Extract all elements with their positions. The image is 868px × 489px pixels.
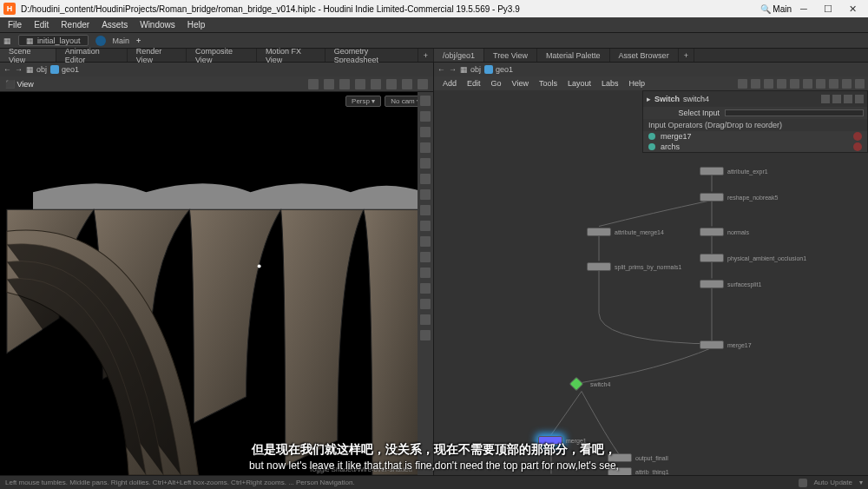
menu-assets[interactable]: Assets — [95, 20, 134, 30]
vp-tool-icon[interactable] — [418, 79, 428, 89]
tab-geo-spread[interactable]: Geometry Spreadsheet — [326, 49, 418, 62]
tab-render-view[interactable]: Render View — [128, 49, 187, 62]
vp-side-icon[interactable] — [420, 299, 431, 309]
nmenu-help[interactable]: Help — [623, 79, 650, 88]
vp-side-icon[interactable] — [420, 221, 431, 231]
vp-tool-icon[interactable] — [324, 79, 334, 89]
menu-help[interactable]: Help — [181, 20, 212, 30]
vp-side-icon[interactable] — [420, 174, 431, 184]
vp-tool-icon[interactable] — [402, 79, 412, 89]
vp-tool-icon[interactable] — [371, 79, 381, 89]
tab-motionfx[interactable]: Motion FX View — [257, 49, 326, 62]
node-switch[interactable]: switch4 — [571, 379, 610, 389]
nmenu-go[interactable]: Go — [486, 79, 507, 88]
menu-render[interactable]: Render — [55, 20, 95, 30]
nmenu-labs[interactable]: Labs — [596, 79, 624, 88]
node[interactable]: surfacesplit1 — [700, 280, 761, 288]
node[interactable]: attribute_expr1 — [700, 167, 768, 175]
tab-plus-left[interactable]: + — [418, 49, 434, 62]
vp-side-icon[interactable] — [420, 96, 431, 106]
nmenu-edit[interactable]: Edit — [462, 79, 486, 88]
net-icon[interactable] — [816, 79, 825, 89]
vp-side-icon[interactable] — [420, 111, 431, 122]
rpath-obj[interactable]: ▦ obj — [460, 65, 481, 74]
node-display[interactable]: merge1 — [538, 436, 587, 445]
maximize-button[interactable]: ☐ — [816, 1, 840, 17]
persp-badge[interactable]: Persp ▾ — [345, 96, 381, 107]
net-icon[interactable] — [803, 79, 812, 89]
menu-windows[interactable]: Windows — [134, 20, 181, 30]
tab-network[interactable]: /obj/geo1 — [434, 49, 484, 62]
pin-icon[interactable] — [832, 95, 841, 103]
vp-tool-icon[interactable] — [339, 79, 350, 89]
vp-tool-icon[interactable] — [355, 79, 365, 89]
close-button[interactable]: ✕ — [840, 1, 865, 17]
input-op-row[interactable]: archs — [643, 142, 867, 152]
tab-plus-right[interactable]: + — [679, 49, 694, 62]
node[interactable]: split_prims_by_normals1 — [587, 262, 681, 271]
net-icon[interactable] — [764, 79, 773, 89]
net-icon[interactable] — [829, 79, 838, 89]
net-icon[interactable] — [855, 79, 865, 89]
path-geo[interactable]: geo1 — [50, 65, 79, 74]
vp-side-icon[interactable] — [420, 189, 431, 200]
vp-side-icon[interactable] — [420, 252, 431, 262]
info-icon[interactable] — [855, 95, 864, 103]
node[interactable]: physical_ambient_occlusion1 — [700, 254, 806, 262]
select-input-slider[interactable] — [725, 109, 864, 116]
vp-side-icon[interactable] — [420, 127, 431, 137]
delete-input-icon[interactable] — [853, 132, 862, 141]
rpath-back[interactable]: ← — [437, 65, 445, 74]
vp-tool-icon[interactable] — [386, 79, 397, 89]
nmenu-view[interactable]: View — [507, 79, 534, 88]
vp-side-icon[interactable] — [420, 314, 431, 325]
net-icon[interactable] — [842, 79, 852, 89]
path-back[interactable]: ← — [3, 65, 11, 74]
gear-icon[interactable] — [821, 95, 830, 103]
node[interactable]: merge17 — [700, 340, 752, 349]
net-icon[interactable] — [751, 79, 760, 89]
delete-input-icon[interactable] — [853, 142, 862, 151]
menu-file[interactable]: File — [2, 20, 28, 30]
nmenu-tools[interactable]: Tools — [534, 79, 562, 88]
tab-tree-view[interactable]: Tree View — [484, 49, 537, 62]
vp-side-icon[interactable] — [420, 158, 431, 169]
update-mode[interactable]: Auto Update — [814, 479, 852, 486]
view-dropdown[interactable]: ⬛ View — [5, 80, 34, 89]
cloud-icon[interactable] — [799, 479, 807, 487]
nmenu-layout[interactable]: Layout — [562, 79, 596, 88]
node[interactable]: normals — [700, 228, 749, 236]
node[interactable]: reshape_nobreak5 — [700, 193, 778, 202]
vp-side-icon[interactable] — [420, 205, 431, 215]
tab-mat-palette[interactable]: Material Palette — [537, 49, 610, 62]
chevron-down-icon[interactable]: ▾ — [859, 479, 863, 486]
minimize-button[interactable]: ─ — [792, 1, 816, 17]
nmenu-add[interactable]: Add — [437, 79, 462, 88]
help-icon[interactable] — [844, 95, 852, 103]
titlebar-search[interactable]: 🔍 Main — [760, 4, 792, 14]
param-arrow-icon[interactable]: ▸ — [647, 95, 651, 103]
shelf-plus[interactable]: + — [136, 36, 141, 45]
3d-viewport[interactable]: Persp ▾ No cam ▾ Toggle Shaded/Wire-over… — [0, 92, 433, 475]
layout-icon[interactable]: ▦ — [3, 36, 11, 45]
node[interactable]: attribute_merge14 — [587, 228, 664, 236]
vp-side-icon[interactable] — [420, 236, 431, 247]
tab-composite[interactable]: Composite View — [187, 49, 257, 62]
rpath-geo[interactable]: geo1 — [484, 65, 513, 74]
vp-side-icon[interactable] — [420, 142, 431, 153]
path-fwd[interactable]: → — [15, 65, 23, 74]
vp-side-icon[interactable] — [420, 283, 431, 294]
menu-edit[interactable]: Edit — [28, 20, 55, 30]
node[interactable]: output_finall — [608, 453, 668, 462]
net-icon[interactable] — [790, 79, 799, 89]
rpath-fwd[interactable]: → — [449, 65, 457, 74]
tab-asset-browser[interactable]: Asset Browser — [610, 49, 679, 62]
path-obj[interactable]: ▦ obj — [26, 65, 47, 74]
vp-tool-icon[interactable] — [308, 79, 319, 89]
input-op-row[interactable]: merge17 — [643, 131, 867, 142]
tab-anim-editor[interactable]: Animation Editor — [56, 49, 128, 62]
vp-side-icon[interactable] — [420, 268, 431, 278]
param-nodename[interactable]: switch4 — [683, 95, 709, 103]
tab-scene-view[interactable]: Scene View — [0, 49, 56, 62]
vp-side-icon[interactable] — [420, 330, 431, 340]
